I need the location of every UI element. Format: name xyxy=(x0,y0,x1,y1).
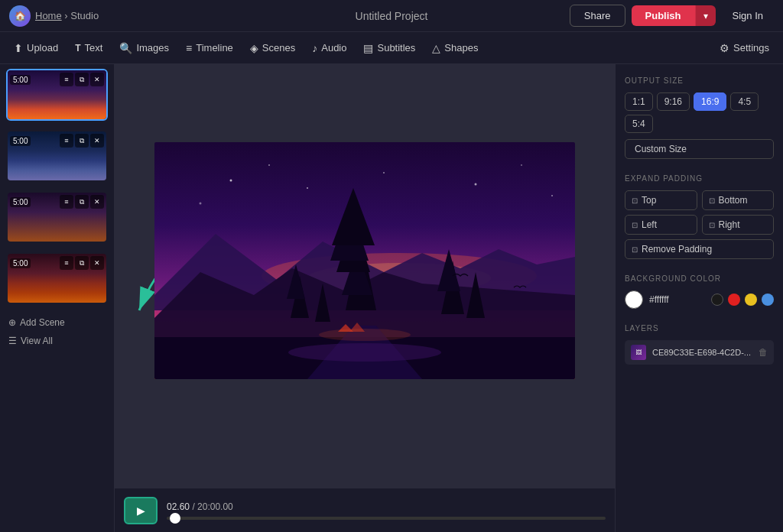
audio-icon: ♪ xyxy=(312,42,317,54)
scene-item-2[interactable]: 5:00 ≡ ⧉ ✕ xyxy=(6,130,108,182)
canvas-area xyxy=(115,64,615,488)
remove-padding-icon: ⊡ xyxy=(632,245,638,254)
scene-copy-btn-2[interactable]: ⧉ xyxy=(75,134,89,148)
padding-bottom-label: Bottom xyxy=(719,195,748,206)
topbar-left: 🏠 Home › Studio xyxy=(9,5,264,27)
svg-point-3 xyxy=(268,164,270,166)
play-button[interactable]: ▶ xyxy=(124,497,158,524)
toolbar-scenes[interactable]: ◈ Scenes xyxy=(242,38,303,58)
toolbar-subtitles[interactable]: ▤ Subtitles xyxy=(356,38,423,58)
view-all-label: View All xyxy=(21,336,53,346)
layer-thumb-icon: 🖼 xyxy=(635,349,642,356)
padding-top-button[interactable]: ⊡ Top xyxy=(625,190,697,210)
scene-menu-btn-4[interactable]: ≡ xyxy=(60,256,73,270)
color-presets xyxy=(711,294,774,306)
color-swatch[interactable] xyxy=(625,290,643,309)
share-button[interactable]: Share xyxy=(570,5,625,27)
timeline-area: ▶ 02.60 / 20:00.00 xyxy=(115,488,615,532)
scene-copy-btn-4[interactable]: ⧉ xyxy=(75,256,89,270)
padding-bottom-button[interactable]: ⊡ Bottom xyxy=(702,190,775,210)
size-btn-16-9[interactable]: 16:9 xyxy=(694,92,726,111)
scene-time-3: 5:00 xyxy=(10,197,31,207)
color-preset-yellow[interactable] xyxy=(745,294,757,306)
scene-actions-1: ≡ ⧉ ✕ xyxy=(60,73,104,86)
scene-delete-btn-1[interactable]: ✕ xyxy=(90,73,104,86)
size-btn-5-4[interactable]: 5:4 xyxy=(625,115,653,133)
svg-point-15 xyxy=(288,343,441,362)
scene-delete-btn-4[interactable]: ✕ xyxy=(90,256,104,270)
upload-icon: ⬆ xyxy=(14,42,23,54)
publish-dropdown-button[interactable]: ▾ xyxy=(695,5,716,26)
toolbar-text-label: Text xyxy=(85,42,103,54)
scene-item-3[interactable]: 5:00 ≡ ⧉ ✕ xyxy=(6,191,108,243)
canvas-frame[interactable] xyxy=(154,142,575,379)
toolbar-images[interactable]: 🔍 Images xyxy=(112,38,177,58)
color-preset-red[interactable] xyxy=(728,294,740,306)
svg-point-5 xyxy=(200,203,202,205)
toolbar-shapes[interactable]: △ Shapes xyxy=(424,38,486,58)
size-btn-9-16[interactable]: 9:16 xyxy=(657,92,690,111)
color-hex-value: #ffffff xyxy=(649,294,669,305)
bg-color-title: BACKGROUND COLOR xyxy=(625,274,774,283)
svg-point-2 xyxy=(230,180,232,182)
layers-list: 🖼 CE89C33E-E698-4C2D-... 🗑 xyxy=(625,340,774,365)
toolbar-images-label: Images xyxy=(136,42,169,54)
layer-delete-btn-1[interactable]: 🗑 xyxy=(759,347,768,358)
play-icon: ▶ xyxy=(137,504,145,517)
view-all-button[interactable]: ☰ View All xyxy=(6,333,108,349)
expand-padding-title: EXPAND PADDING xyxy=(625,174,774,183)
canvas-wrapper xyxy=(154,142,575,379)
toolbar-text[interactable]: T Text xyxy=(67,38,110,57)
publish-button[interactable]: Publish xyxy=(632,5,695,26)
add-scene-button[interactable]: ⊕ Add Scene xyxy=(6,315,108,330)
size-btn-4-5[interactable]: 4:5 xyxy=(730,92,759,111)
scene-actions-3: ≡ ⧉ ✕ xyxy=(60,195,104,209)
color-preset-black[interactable] xyxy=(711,294,723,306)
scene-controls-3: 5:00 ≡ ⧉ ✕ xyxy=(10,195,104,209)
background-color-section: BACKGROUND COLOR #ffffff xyxy=(625,274,774,309)
scene-delete-btn-3[interactable]: ✕ xyxy=(90,195,104,209)
timeline-content: 02.60 / 20:00.00 xyxy=(167,501,606,520)
scene-menu-btn-3[interactable]: ≡ xyxy=(60,195,73,209)
layer-name-1: CE89C33E-E698-4C2D-... xyxy=(652,348,752,357)
scene-copy-btn-1[interactable]: ⧉ xyxy=(75,73,89,86)
scenes-icon: ◈ xyxy=(250,42,258,54)
toolbar-audio[interactable]: ♪ Audio xyxy=(304,38,354,58)
color-preset-blue[interactable] xyxy=(762,294,774,306)
scrubber-head[interactable] xyxy=(170,513,180,524)
scene-item-4[interactable]: 5:00 ≡ ⧉ ✕ xyxy=(6,252,108,304)
bg-color-row: #ffffff xyxy=(625,290,774,309)
remove-padding-label: Remove Padding xyxy=(642,244,712,255)
signin-button[interactable]: Sign In xyxy=(722,5,774,26)
home-link[interactable]: Home xyxy=(35,10,62,21)
scene-actions-2: ≡ ⧉ ✕ xyxy=(60,134,104,148)
scene-controls-1: 5:00 ≡ ⧉ ✕ xyxy=(10,73,104,86)
padding-right-button[interactable]: ⊡ Right xyxy=(702,215,775,235)
scene-item-1[interactable]: 5:00 ≡ ⧉ ✕ xyxy=(6,69,108,121)
custom-size-button[interactable]: Custom Size xyxy=(625,139,774,159)
scene-time-1: 5:00 xyxy=(10,75,31,85)
right-panel: OUTPUT SIZE 1:1 9:16 16:9 4:5 5:4 Custom… xyxy=(615,64,783,532)
size-options: 1:1 9:16 16:9 4:5 5:4 xyxy=(625,92,774,133)
size-btn-1-1[interactable]: 1:1 xyxy=(625,92,653,111)
images-icon: 🔍 xyxy=(119,42,132,54)
remove-padding-button[interactable]: ⊡ Remove Padding xyxy=(625,239,774,259)
scene-menu-btn-1[interactable]: ≡ xyxy=(60,73,73,86)
toolbar-timeline[interactable]: ≡ Timeline xyxy=(178,38,241,58)
toolbar-settings[interactable]: ⚙ Settings xyxy=(712,38,777,58)
scene-menu-btn-2[interactable]: ≡ xyxy=(60,134,73,148)
canvas-timeline-wrapper: ▶ 02.60 / 20:00.00 xyxy=(115,64,615,532)
scene-actions-4: ≡ ⧉ ✕ xyxy=(60,256,104,270)
scrubber-track[interactable] xyxy=(167,517,606,520)
view-all-icon: ☰ xyxy=(8,336,17,346)
scene-copy-btn-3[interactable]: ⧉ xyxy=(75,195,89,209)
layer-item-1[interactable]: 🖼 CE89C33E-E698-4C2D-... 🗑 xyxy=(625,340,774,365)
add-scene-label: Add Scene xyxy=(20,317,65,328)
layers-title: LAYERS xyxy=(625,324,774,332)
padding-left-icon: ⊡ xyxy=(632,221,638,229)
toolbar-upload[interactable]: ⬆ Upload xyxy=(6,38,66,58)
project-title-input[interactable] xyxy=(324,10,458,22)
subtitles-icon: ▤ xyxy=(363,42,373,54)
scene-delete-btn-2[interactable]: ✕ xyxy=(90,134,104,148)
padding-left-button[interactable]: ⊡ Left xyxy=(625,215,697,235)
